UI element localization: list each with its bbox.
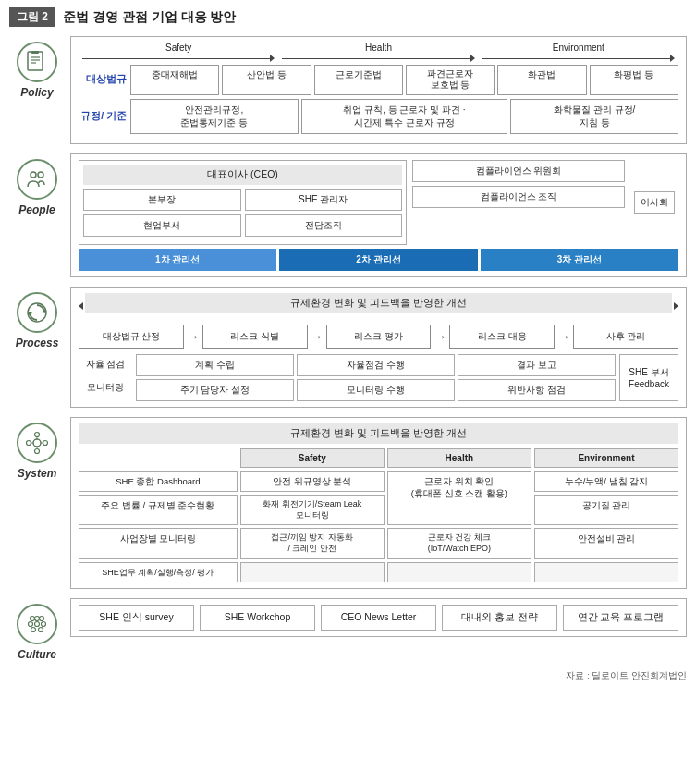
pb5: 모니터링 수행 bbox=[297, 379, 455, 401]
culture-box-1: SHE 인식 survey bbox=[79, 605, 194, 631]
svg-point-20 bbox=[40, 617, 44, 621]
process-icon-col: Process bbox=[9, 287, 65, 349]
sys-header-environment: Environment bbox=[534, 448, 678, 468]
svg-point-22 bbox=[29, 622, 33, 627]
pb3: 결과 보고 bbox=[458, 354, 616, 376]
system-icon-col: System bbox=[9, 417, 65, 480]
process-icon bbox=[17, 292, 57, 333]
sys-dashboard: SHE 종합 Dashboard bbox=[79, 471, 238, 492]
system-icon bbox=[17, 423, 57, 463]
sys-env-2: 공기질 관리 bbox=[534, 495, 678, 525]
people-icon-col: People bbox=[9, 153, 65, 216]
step3: 리스크 평가 bbox=[326, 325, 432, 349]
pb1: 계획 수립 bbox=[136, 354, 294, 376]
people-row2: 현업부서 전담조직 bbox=[83, 214, 402, 237]
safety-label: Safety bbox=[165, 43, 191, 53]
sys-env-1: 누수/누액/ 냄침 감지 bbox=[534, 471, 678, 492]
culture-icon bbox=[17, 604, 57, 644]
svg-point-25 bbox=[31, 628, 36, 632]
policy-section: Policy Safety Health bbox=[9, 36, 687, 144]
sys-health-1: 근로자 위치 확인(휴대폰 신호 스캔 활용) bbox=[387, 471, 531, 526]
svg-rect-1 bbox=[31, 51, 39, 54]
title-text: 준법 경영 관점 기업 대응 방안 bbox=[63, 9, 236, 26]
svg-point-14 bbox=[43, 440, 48, 445]
system-grid: Safety Health Environment SHE 종합 Dashboa… bbox=[79, 448, 678, 583]
policy-row2: 규정/ 기준 안전관리규정,준법통제기준 등 취업 규칙, 등 근로자 및 파견… bbox=[79, 99, 678, 134]
sys-header-health: Health bbox=[387, 448, 531, 468]
control2: 2차 관리선 bbox=[279, 249, 477, 271]
environment-label: Environment bbox=[553, 43, 604, 53]
policy-box-3: 근로기준법 bbox=[314, 65, 403, 95]
svg-point-19 bbox=[31, 617, 35, 621]
title-badge: 그림 2 bbox=[9, 7, 55, 27]
board-area: 이사회 bbox=[630, 160, 678, 245]
system-label: System bbox=[18, 467, 57, 480]
she-box: SHE 관리자 bbox=[245, 189, 403, 211]
sys-safety-3: 접근/끼임 방지 자동화/ 크레인 안전 bbox=[240, 528, 385, 558]
jeondam-box: 전담조직 bbox=[245, 214, 403, 237]
culture-box-2: SHE Workchop bbox=[200, 605, 315, 631]
step4: 리스크 대응 bbox=[449, 325, 555, 349]
pb2: 자율점검 수행 bbox=[297, 354, 455, 376]
sys-safety-1: 안전 위규영상 분석 bbox=[240, 471, 385, 492]
control-row: 1차 관리선 2차 관리선 3차 관리선 bbox=[79, 249, 678, 271]
step2: 리스크 식별 bbox=[202, 325, 308, 349]
policy-content: Safety Health Environment bbox=[70, 36, 687, 144]
page: 그림 2 준법 경영 관점 기업 대응 방안 Policy Safety bbox=[0, 0, 696, 692]
process-content: 규제환경 변화 및 피드백을 반영한 개선 대상법규 산정 → 리스크 식별 →… bbox=[70, 287, 687, 408]
process-bottom-grid: 계획 수립 자율점검 수행 결과 보고 주기 담당자 설정 모니터링 수행 위반… bbox=[136, 354, 616, 401]
culture-boxes: SHE 인식 survey SHE Workchop CEO News Lett… bbox=[79, 605, 678, 631]
svg-rect-0 bbox=[28, 52, 43, 70]
svg-point-26 bbox=[39, 628, 43, 632]
sys-health-empty bbox=[387, 562, 531, 583]
svg-point-13 bbox=[27, 440, 31, 445]
policy-label: Policy bbox=[20, 86, 53, 99]
policy-box-6: 화평법 등 bbox=[590, 65, 678, 95]
process-side-box: SHE 부서Feedback bbox=[619, 354, 678, 401]
process-label: Process bbox=[16, 337, 59, 349]
culture-label: Culture bbox=[18, 648, 56, 661]
policy-arrows: Safety Health Environment bbox=[79, 43, 678, 62]
sys-main-4: SHE업무 계획/실행/측정/ 평가 bbox=[79, 562, 238, 583]
system-feedback: 규제환경 변화 및 피드백을 반영한 개선 bbox=[79, 423, 678, 444]
people-icon bbox=[17, 159, 57, 200]
people-content: 대표이사 (CEO) 본부장 SHE 관리자 현업부서 전담조직 컴플라이언스 … bbox=[70, 153, 687, 277]
process-feedback: 규제환경 변화 및 피드백을 반영한 개선 bbox=[85, 293, 672, 313]
hyeonup-box: 현업부서 bbox=[83, 214, 241, 237]
people-section: People 대표이사 (CEO) 본부장 SHE 관리자 현업부서 전담조직 … bbox=[9, 153, 687, 277]
people-row1: 본부장 SHE 관리자 bbox=[83, 189, 402, 211]
compliance-org: 컴플라이언스 조직 bbox=[412, 186, 625, 208]
process-steps: 대상법규 산정 → 리스크 식별 → 리스크 평가 → 리스크 대응 → 사후 … bbox=[79, 325, 678, 349]
environment-arrow: Environment bbox=[479, 43, 678, 62]
process-feedback-row: 규제환경 변화 및 피드백을 반영한 개선 bbox=[79, 293, 678, 319]
policy-icon-col: Policy bbox=[9, 36, 65, 99]
health-arrow: Health bbox=[278, 43, 478, 62]
sys-health-2: 근로자 건강 체크(IoT/Watch EPO) bbox=[387, 528, 531, 558]
process-section: Process 규제환경 변화 및 피드백을 반영한 개선 대상법규 산정 → … bbox=[9, 287, 687, 408]
sys-main-3: 사업장별 모니터링 bbox=[79, 528, 238, 558]
bonbu-box: 본부장 bbox=[83, 189, 241, 211]
sys-header-empty bbox=[79, 448, 238, 468]
policy-box-5: 화관법 bbox=[497, 65, 586, 95]
sys-env-empty bbox=[534, 562, 678, 583]
svg-point-11 bbox=[35, 432, 40, 436]
policy-row1: 대상법규 중대재해법 산안법 등 근로기준법 파견근로자보호법 등 화관법 화평… bbox=[79, 65, 678, 95]
policy-box-2: 산안법 등 bbox=[222, 65, 311, 95]
policy-reg-1: 안전관리규정,준법통제기준 등 bbox=[130, 99, 299, 134]
svg-point-6 bbox=[38, 172, 43, 178]
policy-box-4: 파견근로자보호법 등 bbox=[406, 65, 495, 95]
svg-point-12 bbox=[35, 448, 40, 453]
svg-point-24 bbox=[42, 622, 46, 627]
people-left: 대표이사 (CEO) 본부장 SHE 관리자 현업부서 전담조직 bbox=[79, 160, 407, 245]
compliance-committee: 컴플라이언스 위원회 bbox=[412, 160, 625, 182]
sys-safety-2: 화재 휘전기기/Steam Leak모니터링 bbox=[240, 495, 385, 525]
sys-env-3: 안전설비 관리 bbox=[534, 528, 678, 558]
sys-main-2: 주요 법률 / 규제별 준수현황 bbox=[79, 495, 238, 525]
board-box: 이사회 bbox=[634, 191, 675, 214]
step5: 사후 관리 bbox=[573, 325, 678, 349]
title-bar: 그림 2 준법 경영 관점 기업 대응 방안 bbox=[9, 7, 687, 27]
health-label: Health bbox=[365, 43, 392, 53]
people-label: People bbox=[18, 203, 55, 216]
culture-box-3: CEO News Letter bbox=[321, 605, 436, 631]
people-right: 컴플라이언스 위원회 컴플라이언스 조직 bbox=[412, 160, 625, 245]
